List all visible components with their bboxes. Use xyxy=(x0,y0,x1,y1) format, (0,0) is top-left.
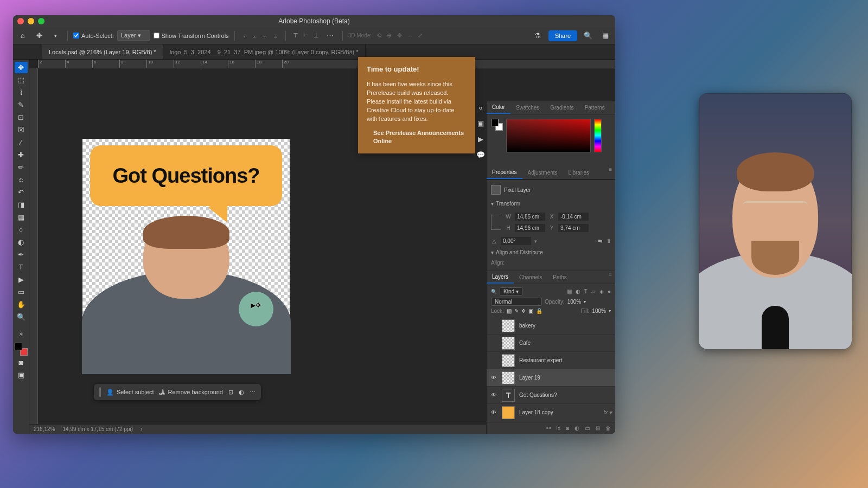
adjustment-layer-icon[interactable]: ◐ xyxy=(575,425,579,431)
quick-mask-icon[interactable]: ◙ xyxy=(15,357,28,368)
layer-name[interactable]: bakery xyxy=(519,323,535,329)
layer-thumbnail[interactable]: T xyxy=(502,389,515,402)
tab-color[interactable]: Color xyxy=(487,101,510,114)
update-link[interactable]: See Prerelease Announcements Online xyxy=(367,129,467,146)
zoom-level[interactable]: 216,12% xyxy=(34,426,55,432)
y-input[interactable] xyxy=(558,224,589,232)
flip-horizontal-icon[interactable]: ⇋ xyxy=(598,238,602,244)
layer-item[interactable]: Cafe xyxy=(487,335,615,352)
pen-tool[interactable]: ✒ xyxy=(15,249,28,260)
lock-transparency-icon[interactable]: ▨ xyxy=(507,308,512,314)
layer-thumbnail[interactable] xyxy=(502,406,515,419)
remove-background-button[interactable]: 🏞 Remove background xyxy=(159,389,223,395)
home-button[interactable]: ⌂ xyxy=(16,29,29,42)
panel-menu-icon[interactable]: ≡ xyxy=(605,166,615,179)
lock-position-icon[interactable]: ✥ xyxy=(521,308,526,314)
panel-fg-bg-colors[interactable] xyxy=(491,119,503,131)
foreground-color-swatch[interactable] xyxy=(15,343,22,350)
path-select-tool[interactable]: ▶ xyxy=(15,274,28,285)
auto-select-input[interactable] xyxy=(73,33,79,38)
beaker-icon[interactable]: ⚗ xyxy=(531,29,544,42)
layer-mask-icon[interactable]: ◙ xyxy=(566,425,569,431)
status-arrow-icon[interactable]: › xyxy=(141,426,142,432)
eraser-tool[interactable]: ◨ xyxy=(15,199,28,210)
ruler-vertical[interactable] xyxy=(29,68,38,434)
filter-kind-select[interactable]: Kind ▾ xyxy=(500,287,522,296)
align-left-icon[interactable]: ⫞ xyxy=(240,31,249,40)
layer-name[interactable]: Cafe xyxy=(519,340,531,346)
tab-patterns[interactable]: Patterns xyxy=(579,101,610,114)
foreground-background-colors[interactable] xyxy=(15,343,28,356)
x-input[interactable] xyxy=(558,213,589,221)
ruler-horizontal[interactable]: 2 4 6 8 10 12 14 16 18 20 xyxy=(38,60,615,68)
layer-name[interactable]: Got Questions? xyxy=(519,392,557,398)
adjust-button[interactable]: ◐ xyxy=(239,389,244,396)
show-transform-input[interactable] xyxy=(154,33,159,38)
new-group-icon[interactable]: 🗀 xyxy=(585,425,590,431)
comments-panel-icon[interactable]: 💬 xyxy=(475,151,486,159)
layer-name[interactable]: Layer 19 xyxy=(519,375,540,381)
close-window-button[interactable] xyxy=(17,18,24,24)
layer-name[interactable]: Layer 18 copy xyxy=(519,409,553,415)
align-section-header[interactable]: ▾ Align and Distribute xyxy=(491,247,611,258)
fx-indicator[interactable]: fx ▾ xyxy=(603,409,612,415)
link-layers-icon[interactable]: ⚯ xyxy=(546,425,551,431)
zoom-tool[interactable]: 🔍 xyxy=(15,311,28,323)
more-options-button[interactable]: ⋯ xyxy=(250,389,256,396)
screen-mode-icon[interactable]: ▣ xyxy=(15,369,28,381)
angle-dropdown-icon[interactable]: ▾ xyxy=(534,239,537,244)
layers-panel-menu-icon[interactable]: ≡ xyxy=(605,271,615,284)
swap-colors-icon[interactable]: ⤭ xyxy=(15,328,28,339)
opacity-dropdown-icon[interactable]: ▾ xyxy=(584,299,586,304)
gradient-tool[interactable]: ▦ xyxy=(15,211,28,223)
more-align-icon[interactable]: ⋯ xyxy=(324,29,337,42)
opacity-value[interactable]: 100% xyxy=(567,299,582,305)
width-input[interactable] xyxy=(515,213,545,221)
history-panel-icon[interactable]: ▣ xyxy=(475,119,486,127)
layer-thumbnail[interactable] xyxy=(502,354,515,367)
fill-value[interactable]: 100% xyxy=(592,308,606,314)
align-top-icon[interactable]: ⊤ xyxy=(291,31,300,40)
filter-smart-icon[interactable]: ◈ xyxy=(599,288,604,294)
auto-select-checkbox[interactable]: Auto-Select: xyxy=(73,33,114,39)
rotation-input[interactable] xyxy=(501,237,531,245)
document-info[interactable]: 14,99 cm x 17,15 cm (72 ppi) xyxy=(62,426,133,432)
lock-pixels-icon[interactable]: ✎ xyxy=(514,308,519,314)
tab-layers[interactable]: Layers xyxy=(487,271,514,284)
align-bottom-icon[interactable]: ⊥ xyxy=(312,31,321,40)
new-layer-icon[interactable]: ⊞ xyxy=(596,425,600,431)
tab-swatches[interactable]: Swatches xyxy=(510,101,545,114)
tab-adjustments[interactable]: Adjustments xyxy=(522,166,563,179)
eyedropper-tool[interactable]: ⁄ xyxy=(15,137,28,148)
lasso-tool[interactable]: ⌇ xyxy=(15,87,28,98)
frame-tool[interactable]: ☒ xyxy=(15,124,28,136)
delete-layer-icon[interactable]: 🗑 xyxy=(605,425,611,431)
tab-properties[interactable]: Properties xyxy=(487,166,522,179)
layers-list[interactable]: bakery Cafe Restaurant expert 👁 xyxy=(487,317,615,422)
panel-fg-swatch[interactable] xyxy=(491,119,499,126)
crop-tool[interactable]: ⊡ xyxy=(15,112,28,123)
tab-gradients[interactable]: Gradients xyxy=(545,101,579,114)
select-subject-button[interactable]: 👤 Select subject xyxy=(106,389,154,396)
move-tool-indicator-icon[interactable]: ✥ xyxy=(33,29,46,42)
hue-slider[interactable] xyxy=(594,119,602,152)
blend-mode-select[interactable]: Normal xyxy=(491,298,542,306)
actions-panel-icon[interactable]: ▶ xyxy=(475,135,486,143)
shape-tool[interactable]: ▭ xyxy=(15,286,28,298)
tab-libraries[interactable]: Libraries xyxy=(563,166,595,179)
filter-pixel-icon[interactable]: ▦ xyxy=(567,288,572,294)
lock-all-icon[interactable]: 🔒 xyxy=(536,308,542,314)
minimize-window-button[interactable] xyxy=(28,18,34,24)
history-brush-tool[interactable]: ↶ xyxy=(15,187,28,198)
dodge-tool[interactable]: ◐ xyxy=(15,236,28,248)
filter-adjust-icon[interactable]: ◐ xyxy=(576,288,580,294)
type-tool[interactable]: T xyxy=(15,261,28,273)
lock-artboard-icon[interactable]: ▣ xyxy=(528,308,533,314)
flip-vertical-icon[interactable]: ⥮ xyxy=(607,238,611,244)
tool-preset-dropdown[interactable]: ▾ xyxy=(49,29,62,42)
show-transform-checkbox[interactable]: Show Transform Controls xyxy=(154,33,229,39)
transform-button[interactable]: ⊡ xyxy=(228,389,233,396)
tab-paths[interactable]: Paths xyxy=(547,271,572,284)
clone-stamp-tool[interactable]: ⎌ xyxy=(15,174,28,185)
drag-handle[interactable] xyxy=(99,387,101,397)
